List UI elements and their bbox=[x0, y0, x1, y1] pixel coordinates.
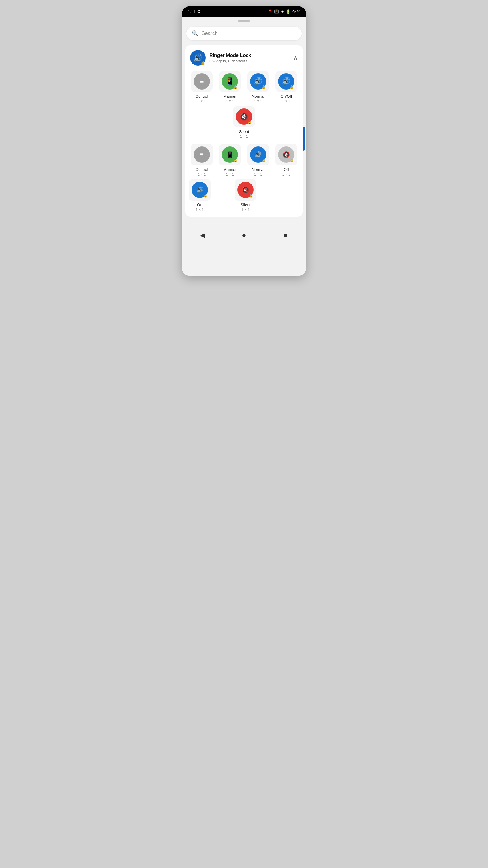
widget-onoff-size: 1 × 1 bbox=[282, 99, 290, 103]
shortcut-manner-name: Manner bbox=[223, 167, 236, 172]
drag-handle-bar bbox=[238, 21, 250, 22]
widgets-grid-top: ≡ Control 1 × 1 📱 🔒 Manner 1 × bbox=[189, 70, 299, 103]
shortcut-off-icon: 🔇 bbox=[283, 151, 290, 158]
shortcut-control-icon: ≡ bbox=[200, 151, 204, 158]
widget-onoff-name: On/Off bbox=[281, 94, 292, 98]
shortcut-on-circle: 🔊 🔒 bbox=[192, 182, 208, 198]
widget-onoff[interactable]: 🔊 🔒 On/Off 1 × 1 bbox=[273, 70, 299, 103]
widget-control-name: Control bbox=[195, 94, 208, 98]
widget-manner-wrapper: 📱 🔒 bbox=[219, 70, 241, 92]
shortcut-normal-icon: 🔊 bbox=[254, 151, 262, 158]
widget-normal-wrapper: 🔊 🔒 bbox=[247, 70, 269, 92]
app-info: Ringer Mode Lock 5 widgets, 6 shortcuts bbox=[209, 53, 251, 63]
app-header-left: 🔊 🔒 Ringer Mode Lock 5 widgets, 6 shortc… bbox=[190, 50, 251, 66]
shortcut-control[interactable]: ≡ Control 1 × 1 bbox=[189, 144, 215, 177]
shortcut-silent-size: 1 × 1 bbox=[241, 208, 250, 212]
shortcut-manner[interactable]: 📱 🔒 Manner 1 × 1 bbox=[217, 144, 243, 177]
widget-manner-lock: 🔒 bbox=[233, 85, 238, 89]
search-box[interactable]: 🔍 Search bbox=[187, 27, 301, 40]
widgets-grid-center: 🔇 🔒 Silent 1 × 1 bbox=[189, 106, 299, 138]
location-icon: 📍 bbox=[267, 9, 272, 14]
widget-silent-size: 1 × 1 bbox=[240, 134, 248, 138]
nav-bar: ◀ ● ■ bbox=[182, 226, 306, 246]
shortcut-normal[interactable]: 🔊 🔒 Normal 1 × 1 bbox=[245, 144, 271, 177]
search-icon: 🔍 bbox=[192, 30, 198, 37]
status-right: 📍 📳 ✈ 🔋 64% bbox=[267, 9, 300, 14]
app-icon: 🔊 🔒 bbox=[190, 50, 206, 66]
widget-normal-name: Normal bbox=[252, 94, 264, 98]
search-placeholder: Search bbox=[201, 30, 218, 36]
widget-control-size: 1 × 1 bbox=[198, 99, 206, 103]
shortcut-manner-circle: 📱 🔒 bbox=[222, 147, 238, 163]
drag-handle[interactable] bbox=[182, 17, 306, 24]
shortcut-manner-lock: 🔒 bbox=[233, 158, 238, 162]
app-section: 🔊 🔒 Ringer Mode Lock 5 widgets, 6 shortc… bbox=[185, 45, 303, 217]
widget-control-icon: ≡ bbox=[200, 77, 204, 86]
status-bar: 1:11 ⚙ 📍 📳 ✈ 🔋 64% bbox=[182, 6, 306, 17]
shortcut-control-name: Control bbox=[195, 167, 208, 172]
shortcut-off-name: Off bbox=[284, 167, 289, 172]
vibrate-icon: 📳 bbox=[274, 9, 279, 14]
search-container: 🔍 Search bbox=[182, 24, 306, 45]
app-subtitle: 5 widgets, 6 shortcuts bbox=[209, 59, 251, 63]
widget-silent-circle: 🔇 🔒 bbox=[236, 108, 252, 125]
app-title: Ringer Mode Lock bbox=[209, 53, 251, 58]
sheet-container: 🔍 Search 🔊 🔒 Ringer Mode Lock 5 widgets,… bbox=[182, 17, 306, 226]
shortcut-off-size: 1 × 1 bbox=[282, 173, 290, 177]
widget-control-circle: ≡ bbox=[194, 73, 210, 90]
shortcut-control-size: 1 × 1 bbox=[198, 173, 206, 177]
widget-silent-name: Silent bbox=[239, 129, 249, 134]
shortcuts-grid-top: ≡ Control 1 × 1 📱 🔒 Manner 1 × bbox=[189, 144, 299, 177]
recents-button[interactable]: ■ bbox=[280, 229, 292, 241]
back-button[interactable]: ◀ bbox=[196, 229, 208, 241]
battery-percent: 64% bbox=[293, 9, 300, 14]
shortcut-off[interactable]: 🔇 🔒 Off 1 × 1 bbox=[273, 144, 299, 177]
battery-icon: 🔋 bbox=[286, 9, 291, 14]
shortcut-on[interactable]: 🔊 🔒 On 1 × 1 bbox=[189, 179, 210, 212]
scrollbar[interactable] bbox=[303, 127, 304, 151]
widget-silent-wrapper: 🔇 🔒 bbox=[233, 106, 255, 127]
widget-normal-size: 1 × 1 bbox=[254, 99, 262, 103]
shortcut-normal-name: Normal bbox=[252, 167, 264, 172]
widget-control[interactable]: ≡ Control 1 × 1 bbox=[189, 70, 215, 103]
widget-normal[interactable]: 🔊 🔒 Normal 1 × 1 bbox=[245, 70, 271, 103]
widget-onoff-wrapper: 🔊 🔒 bbox=[275, 70, 297, 92]
shortcut-on-icon: 🔊 bbox=[196, 186, 204, 193]
shortcut-control-circle: ≡ bbox=[194, 147, 210, 163]
shortcut-off-wrapper: 🔇 🔒 bbox=[275, 144, 297, 165]
widget-onoff-icon: 🔊 bbox=[282, 77, 291, 86]
airplane-icon: ✈ bbox=[281, 9, 284, 14]
shortcut-silent-wrapper: 🔇 🔒 bbox=[235, 179, 256, 201]
home-button[interactable]: ● bbox=[238, 229, 250, 241]
widget-silent-lock: 🔒 bbox=[247, 120, 252, 124]
widget-manner-name: Manner bbox=[223, 94, 236, 98]
widget-normal-circle: 🔊 🔒 bbox=[250, 73, 266, 90]
widget-normal-lock: 🔒 bbox=[261, 85, 266, 89]
widget-normal-icon: 🔊 bbox=[254, 77, 263, 86]
widget-manner[interactable]: 📱 🔒 Manner 1 × 1 bbox=[217, 70, 243, 103]
shortcut-silent-lock: 🔒 bbox=[249, 194, 253, 198]
shortcut-on-wrapper: 🔊 🔒 bbox=[189, 179, 210, 201]
widget-onoff-lock: 🔒 bbox=[290, 85, 294, 89]
shortcut-normal-lock: 🔒 bbox=[262, 158, 266, 162]
shortcut-manner-wrapper: 📱 🔒 bbox=[219, 144, 241, 165]
shortcut-manner-icon: 📱 bbox=[226, 151, 234, 158]
lock-badge-icon: 🔒 bbox=[200, 61, 205, 65]
widget-silent[interactable]: 🔇 🔒 Silent 1 × 1 bbox=[233, 106, 255, 138]
shortcut-on-name: On bbox=[197, 203, 202, 207]
shortcut-silent-circle: 🔇 🔒 bbox=[237, 182, 254, 198]
widget-onoff-circle: 🔊 🔒 bbox=[278, 73, 294, 90]
shortcut-normal-size: 1 × 1 bbox=[254, 173, 262, 177]
collapse-icon[interactable]: ∧ bbox=[293, 54, 298, 62]
shortcut-control-wrapper: ≡ bbox=[191, 144, 213, 165]
phone-frame: 1:11 ⚙ 📍 📳 ✈ 🔋 64% 🔍 Search bbox=[182, 6, 306, 276]
widget-manner-size: 1 × 1 bbox=[226, 99, 234, 103]
shortcut-on-size: 1 × 1 bbox=[195, 208, 204, 212]
app-header: 🔊 🔒 Ringer Mode Lock 5 widgets, 6 shortc… bbox=[189, 50, 299, 66]
shortcut-silent[interactable]: 🔇 🔒 Silent 1 × 1 bbox=[235, 179, 256, 212]
widget-manner-icon: 📱 bbox=[225, 77, 234, 86]
settings-icon: ⚙ bbox=[197, 9, 201, 14]
shortcut-silent-name: Silent bbox=[241, 203, 251, 207]
shortcut-normal-wrapper: 🔊 🔒 bbox=[247, 144, 269, 165]
widget-control-wrapper: ≡ bbox=[191, 70, 213, 92]
